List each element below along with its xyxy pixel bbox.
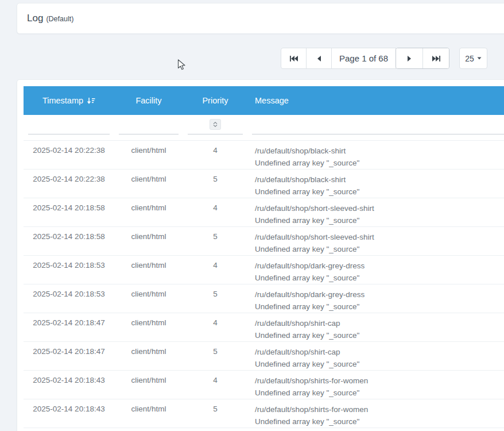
table-body: 2025-02-14 20:22:38 client/html 4 /ru/de…	[24, 140, 504, 428]
timestamp-cell: 2025-02-14 20:18:43	[24, 375, 114, 399]
timestamp-cell: 2025-02-14 20:18:53	[24, 260, 114, 284]
message-path-line: /ru/default/shop/shirts-for-women	[255, 375, 504, 387]
table-row: 2025-02-14 20:18:43 client/html 5 /ru/de…	[24, 399, 504, 428]
table-row: 2025-02-14 20:18:53 client/html 4 /ru/de…	[24, 255, 504, 284]
log-header-card: Log (Default)	[17, 3, 504, 34]
timestamp-cell: 2025-02-14 20:18:58	[24, 202, 114, 226]
next-last-button-pair	[396, 48, 449, 69]
facility-cell: client/html	[114, 375, 183, 399]
timestamp-cell: 2025-02-14 20:22:38	[24, 174, 114, 198]
facility-cell: client/html	[114, 231, 183, 255]
facility-cell: client/html	[114, 260, 183, 284]
message-path-line: /ru/default/shop/short-sleeved-shirt	[255, 231, 504, 243]
message-path-line: /ru/default/shop/black-shirt	[255, 174, 504, 186]
message-cell: /ru/default/shop/short-sleeved-shirt Und…	[247, 231, 504, 255]
message-cell: /ru/default/shop/dark-grey-dress Undefin…	[247, 288, 504, 313]
timestamp-cell: 2025-02-14 20:18:43	[24, 403, 114, 428]
pagination-group: Page 1 of 68	[281, 48, 449, 69]
message-path-line: /ru/default/shop/short-sleeved-shirt	[255, 202, 504, 214]
column-header-facility[interactable]: Facility	[114, 96, 183, 105]
message-error-line: Undefined array key "_source"	[255, 358, 504, 370]
message-path-line: /ru/default/shop/dark-grey-dress	[255, 260, 504, 272]
message-cell: /ru/default/shop/short-sleeved-shirt Und…	[247, 202, 504, 226]
log-table-card: Timestamp Facility Priority Message	[17, 79, 504, 431]
table-row: 2025-02-14 20:18:58 client/html 4 /ru/de…	[24, 198, 504, 226]
message-path-line: /ru/default/shop/shirt-cap	[255, 317, 504, 329]
message-error-line: Undefined array key "_source"	[255, 214, 504, 226]
page-title: Log	[27, 13, 43, 24]
sort-descending-icon	[87, 97, 95, 105]
facility-filter-cell	[114, 115, 183, 140]
message-error-line: Undefined array key "_source"	[255, 387, 504, 399]
timestamp-cell: 2025-02-14 20:22:38	[24, 145, 114, 169]
priority-cell: 4	[183, 375, 247, 399]
first-page-button[interactable]	[281, 48, 307, 69]
timestamp-filter-input[interactable]	[28, 122, 110, 134]
facility-cell: client/html	[114, 202, 183, 226]
message-cell: /ru/default/shop/black-shirt Undefined a…	[247, 174, 504, 198]
page-size-value: 25	[465, 54, 474, 63]
message-cell: /ru/default/shop/black-shirt Undefined a…	[247, 145, 504, 169]
message-error-line: Undefined array key "_source"	[255, 243, 504, 255]
timestamp-cell: 2025-02-14 20:18:53	[24, 288, 114, 313]
message-cell: /ru/default/shop/shirts-for-women Undefi…	[247, 403, 504, 428]
message-error-line: Undefined array key "_source"	[255, 186, 504, 198]
priority-filter-input[interactable]	[188, 122, 243, 134]
previous-page-button[interactable]	[306, 48, 332, 69]
timestamp-cell: 2025-02-14 20:18:47	[24, 346, 114, 370]
facility-cell: client/html	[114, 174, 183, 198]
priority-filter-cell	[183, 115, 247, 140]
facility-cell: client/html	[114, 346, 183, 370]
message-cell: /ru/default/shop/shirts-for-women Undefi…	[247, 375, 504, 399]
table-filter-row	[24, 115, 504, 140]
message-filter-input[interactable]	[252, 122, 504, 134]
priority-cell: 5	[183, 346, 247, 370]
message-error-line: Undefined array key "_source"	[255, 329, 504, 341]
table-row: 2025-02-14 20:18:43 client/html 4 /ru/de…	[24, 370, 504, 399]
skip-to-first-icon	[289, 55, 298, 63]
message-error-line: Undefined array key "_source"	[255, 301, 504, 313]
table-row: 2025-02-14 20:22:38 client/html 4 /ru/de…	[24, 140, 504, 169]
previous-page-icon	[316, 55, 322, 63]
column-header-message[interactable]: Message	[247, 96, 504, 105]
caret-down-icon	[477, 57, 482, 60]
facility-cell: client/html	[114, 145, 183, 169]
table-header-row: Timestamp Facility Priority Message	[24, 86, 504, 115]
facility-filter-input[interactable]	[119, 122, 179, 134]
last-page-button[interactable]	[422, 48, 449, 68]
next-page-button[interactable]	[396, 48, 422, 68]
table-row: 2025-02-14 20:18:47 client/html 5 /ru/de…	[24, 341, 504, 370]
page-indicator: Page 1 of 68	[331, 48, 396, 69]
timestamp-cell: 2025-02-14 20:18:47	[24, 317, 114, 341]
table-row: 2025-02-14 20:18:47 client/html 4 /ru/de…	[24, 313, 504, 341]
message-path-line: /ru/default/shop/black-shirt	[255, 145, 504, 157]
priority-cell: 4	[183, 317, 247, 341]
message-cell: /ru/default/shop/shirt-cap Undefined arr…	[247, 317, 504, 341]
message-cell: /ru/default/shop/shirt-cap Undefined arr…	[247, 346, 504, 370]
table-row: 2025-02-14 20:22:38 client/html 5 /ru/de…	[24, 169, 504, 198]
timestamp-filter-cell	[24, 115, 114, 140]
facility-cell: client/html	[114, 317, 183, 341]
message-error-line: Undefined array key "_source"	[255, 157, 504, 169]
facility-cell: client/html	[114, 288, 183, 313]
priority-cell: 5	[183, 231, 247, 255]
priority-cell: 4	[183, 260, 247, 284]
column-label-timestamp: Timestamp	[42, 96, 83, 105]
priority-cell: 5	[183, 403, 247, 428]
timestamp-cell: 2025-02-14 20:18:58	[24, 231, 114, 255]
mouse-cursor-icon	[177, 59, 186, 74]
facility-cell: client/html	[114, 403, 183, 428]
message-cell: /ru/default/shop/dark-grey-dress Undefin…	[247, 260, 504, 284]
message-error-line: Undefined array key "_source"	[255, 415, 504, 428]
page-subtitle: (Default)	[46, 15, 73, 23]
table-row: 2025-02-14 20:18:53 client/html 5 /ru/de…	[24, 284, 504, 313]
message-filter-cell	[247, 115, 504, 140]
priority-cell: 4	[183, 145, 247, 169]
column-header-priority[interactable]: Priority	[183, 96, 247, 105]
column-header-timestamp[interactable]: Timestamp	[24, 96, 114, 105]
page-size-select[interactable]: 25	[459, 48, 487, 69]
priority-cell: 5	[183, 174, 247, 198]
priority-cell: 4	[183, 202, 247, 226]
priority-cell: 5	[183, 288, 247, 313]
message-error-line: Undefined array key "_source"	[255, 272, 504, 284]
